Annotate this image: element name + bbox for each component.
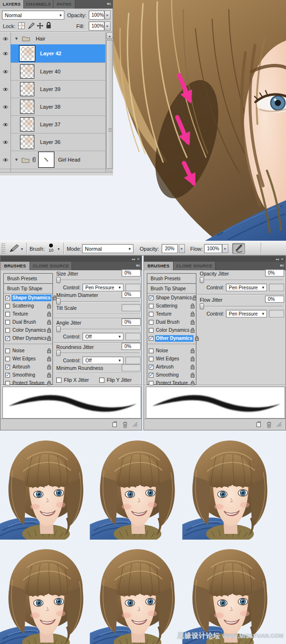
flow-jitter-value[interactable]: 0% [265, 296, 284, 303]
layers-scrollbar[interactable]: ▴ [105, 32, 113, 172]
lock-icon[interactable] [190, 364, 195, 370]
visibility-eye-icon[interactable] [0, 138, 10, 146]
checkbox[interactable] [149, 296, 153, 300]
opacity-jitter-slider[interactable] [200, 280, 283, 281]
checkbox[interactable] [149, 348, 153, 353]
flip-y-checkbox-row[interactable]: Flip Y Jitter [99, 377, 132, 383]
layer-thumbnail[interactable] [20, 135, 34, 149]
tab-brushes[interactable]: BRUSHES [144, 262, 174, 270]
size-jitter-slider[interactable] [57, 280, 140, 281]
blend-mode-select[interactable]: Normal▾ [2, 10, 64, 20]
layer-thumbnail[interactable] [20, 117, 34, 132]
sidebar-item-smoothing[interactable]: Smoothing [147, 371, 196, 379]
sidebar-item-scattering[interactable]: Scattering [147, 302, 196, 310]
sidebar-item-texture[interactable]: Texture [4, 310, 52, 318]
checkbox[interactable] [149, 373, 153, 378]
sidebar-item-other-dynamics[interactable]: Other Dynamics [147, 334, 196, 342]
layer-thumbnail[interactable] [20, 82, 34, 96]
sidebar-item-dual-brush[interactable]: Dual Brush [147, 318, 196, 326]
sidebar-item-color-dynamics[interactable]: Color Dynamics [147, 326, 196, 334]
new-brush-icon[interactable] [112, 421, 118, 428]
slider-thumb[interactable] [56, 298, 61, 305]
lock-icon[interactable] [190, 348, 195, 354]
trash-icon[interactable] [123, 421, 128, 428]
checkbox[interactable] [5, 328, 10, 333]
roundness-jitter-slider[interactable] [57, 353, 140, 354]
layer-row[interactable]: Layer 40 [10, 62, 105, 80]
layer-thumbnail[interactable] [20, 100, 34, 114]
panel-menu-icon[interactable]: ▾≡ [280, 263, 284, 268]
visibility-eye-icon[interactable] [0, 155, 10, 164]
checkbox[interactable] [149, 304, 153, 308]
lock-icon[interactable] [47, 356, 51, 362]
sidebar-item-brush-tip-shape[interactable]: Brush Tip Shape [147, 284, 196, 294]
brush-tool-icon[interactable] [9, 244, 20, 253]
checkbox[interactable] [149, 320, 153, 325]
sidebar-item-protect-texture[interactable]: Protect Texture [4, 379, 52, 387]
tab-brushes[interactable]: BRUSHES [0, 262, 30, 270]
scroll-up-icon[interactable]: ▴ [106, 32, 113, 39]
panel-menu-icon[interactable]: ▾≡ [107, 1, 111, 6]
lock-all-padlock-icon[interactable] [45, 21, 52, 30]
disclosure-triangle-icon[interactable]: ▼ [14, 36, 19, 41]
lock-icon[interactable] [190, 327, 195, 333]
checkbox[interactable] [99, 378, 104, 383]
flow-spinner[interactable]: ▸ [222, 244, 228, 253]
sidebar-item-smoothing[interactable]: Smoothing [4, 371, 52, 379]
slider-thumb[interactable] [56, 326, 61, 332]
checkbox[interactable] [5, 320, 10, 325]
lock-icon[interactable] [192, 295, 197, 301]
sidebar-item-protect-texture[interactable]: Protect Texture [147, 379, 196, 387]
layer-thumbnail[interactable] [20, 64, 34, 79]
flip-x-checkbox-row[interactable]: Flip X Jitter [56, 377, 89, 383]
checkbox[interactable] [5, 373, 10, 378]
sidebar-item-other-dynamics[interactable]: Other Dynamics [4, 334, 52, 342]
roundness-jitter-value[interactable]: 0% [122, 343, 141, 350]
close-panel-icon[interactable]: ✕ [137, 257, 140, 261]
lock-icon[interactable] [190, 303, 195, 309]
checkbox[interactable] [149, 328, 153, 333]
layer-row[interactable]: Layer 38 [10, 98, 105, 115]
lock-paint-brush-icon[interactable] [28, 22, 35, 30]
layer-row[interactable]: Layer 36 [10, 133, 105, 151]
lock-icon[interactable] [190, 372, 195, 378]
opacity-spinner[interactable]: ▸ [104, 10, 111, 20]
sidebar-item-noise[interactable]: Noise [147, 347, 196, 355]
flow-jitter-slider[interactable] [200, 306, 283, 307]
lock-icon[interactable] [47, 319, 51, 325]
resize-grip-icon[interactable] [133, 422, 138, 427]
flow-control-select[interactable]: Pen Pressure▾ [226, 310, 267, 317]
minimum-diameter-slider[interactable] [57, 301, 140, 302]
slider-thumb[interactable] [200, 303, 204, 309]
toolbar-grip[interactable] [1, 243, 6, 254]
opacity-control-select[interactable]: Pen Pressure▾ [226, 284, 267, 291]
scrollbar-thumb[interactable] [106, 40, 113, 169]
layer-row[interactable]: Layer 39 [10, 80, 105, 98]
tab-paths[interactable]: PATHS [53, 0, 75, 9]
minimum-diameter-value[interactable]: 0% [122, 291, 141, 298]
airbrush-toggle-button[interactable] [232, 243, 245, 254]
flow-value[interactable]: 100% [204, 244, 222, 253]
sidebar-item-brush-presets[interactable]: Brush Presets [4, 274, 52, 284]
lock-icon[interactable] [194, 336, 199, 341]
sidebar-item-color-dynamics[interactable]: Color Dynamics [4, 326, 52, 334]
checkbox[interactable] [5, 336, 10, 341]
mode-select[interactable]: Normal▾ [82, 244, 133, 253]
visibility-eye-icon[interactable] [0, 67, 10, 76]
angle-control-select[interactable]: Off▾ [82, 333, 123, 340]
collapse-panel-icon[interactable]: ◂◂ [132, 257, 135, 261]
lock-icon[interactable] [47, 336, 51, 341]
checkbox[interactable] [149, 312, 153, 317]
lock-transparency-icon[interactable] [18, 22, 25, 29]
sidebar-item-dual-brush[interactable]: Dual Brush [4, 318, 52, 326]
lock-icon[interactable] [47, 311, 51, 317]
layer-thumbnail[interactable] [38, 152, 54, 168]
checkbox[interactable] [5, 348, 10, 353]
visibility-eye-icon[interactable] [0, 102, 10, 111]
chevron-down-icon[interactable]: ▾ [21, 247, 23, 251]
close-panel-icon[interactable]: ✕ [281, 257, 284, 261]
sidebar-item-brush-tip-shape[interactable]: Brush Tip Shape [4, 284, 52, 294]
lock-icon[interactable] [47, 348, 51, 354]
checkbox[interactable] [56, 378, 61, 383]
chevron-down-icon[interactable]: ▾ [58, 247, 60, 251]
